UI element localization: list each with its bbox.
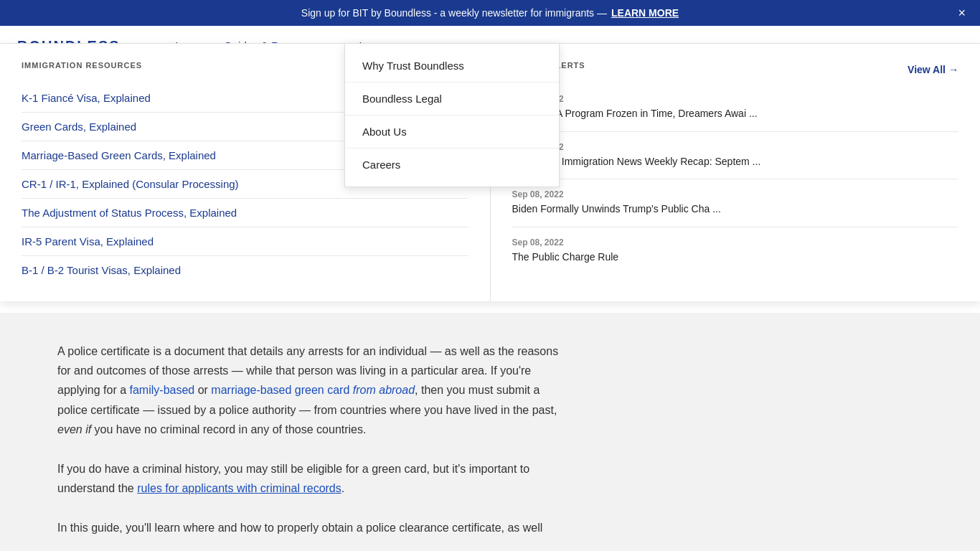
resource-ir5-visa[interactable]: IR-5 Parent Visa, Explained bbox=[22, 227, 468, 256]
banner-close-button[interactable]: × bbox=[958, 6, 966, 19]
criminal-records-link[interactable]: rules for applicants with criminal recor… bbox=[137, 482, 341, 494]
content-paragraph-1: A police certificate is a document that … bbox=[57, 342, 560, 439]
news-view-all[interactable]: View All → bbox=[908, 64, 958, 75]
news-title: Biden Formally Unwinds Trump's Public Ch… bbox=[512, 202, 959, 217]
news-section-header: NEWS + ALERTS View All → bbox=[512, 61, 959, 78]
content-area: A police certificate is a document that … bbox=[0, 313, 980, 551]
resource-adjustment-status[interactable]: The Adjustment of Status Process, Explai… bbox=[22, 199, 468, 227]
news-date: Sep 08, 2022 bbox=[512, 237, 959, 248]
news-item-1[interactable]: Sep 09, 2022 Boundless Immigration News … bbox=[512, 132, 959, 180]
news-item-3[interactable]: Sep 08, 2022 The Public Charge Rule bbox=[512, 227, 959, 275]
about-boundless-legal[interactable]: Boundless Legal bbox=[345, 83, 559, 116]
announcement-banner: Sign up for BIT by Boundless - a weekly … bbox=[0, 0, 980, 26]
news-title: With DACA Program Frozen in Time, Dreame… bbox=[512, 107, 959, 121]
about-about-us[interactable]: About Us bbox=[345, 116, 559, 149]
arrow-right-icon: → bbox=[948, 64, 958, 75]
news-date: Sep 12, 2022 bbox=[512, 94, 959, 104]
news-title: The Public Charge Rule bbox=[512, 250, 959, 265]
immigration-section-title: IMMIGRATION RESOURCES bbox=[22, 61, 142, 70]
content-paragraph-3: In this guide, you'll learn where and ho… bbox=[57, 518, 560, 537]
news-alerts-panel: NEWS + ALERTS View All → Sep 12, 2022 Wi… bbox=[491, 44, 981, 301]
news-item-0[interactable]: Sep 12, 2022 With DACA Program Frozen in… bbox=[512, 84, 959, 132]
about-careers[interactable]: Careers bbox=[345, 149, 559, 181]
news-title: Boundless Immigration News Weekly Recap:… bbox=[512, 155, 959, 169]
resource-b1-b2-visa[interactable]: B-1 / B-2 Tourist Visas, Explained bbox=[22, 256, 468, 284]
about-us-dropdown: Why Trust Boundless Boundless Legal Abou… bbox=[344, 43, 560, 187]
family-based-link[interactable]: family-based bbox=[130, 384, 195, 396]
banner-text: Sign up for BIT by Boundless - a weekly … bbox=[301, 7, 607, 19]
banner-cta[interactable]: LEARN MORE bbox=[611, 7, 679, 19]
news-date: Sep 09, 2022 bbox=[512, 142, 959, 152]
news-date: Sep 08, 2022 bbox=[512, 189, 959, 199]
news-item-2[interactable]: Sep 08, 2022 Biden Formally Unwinds Trum… bbox=[512, 179, 959, 227]
about-why-trust[interactable]: Why Trust Boundless bbox=[345, 50, 559, 83]
content-paragraph-2: If you do have a criminal history, you m… bbox=[57, 459, 560, 498]
marriage-green-card-link[interactable]: marriage-based green card from abroad bbox=[211, 384, 415, 396]
